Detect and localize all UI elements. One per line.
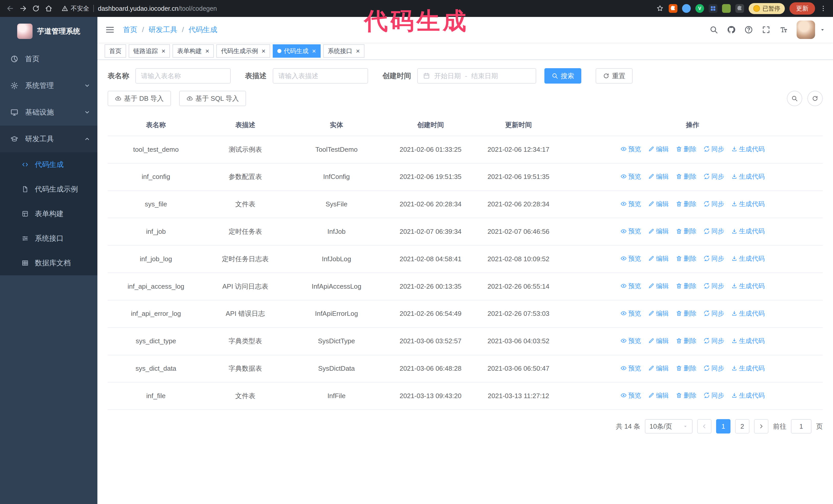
generate-code-link[interactable]: 生成代码 [731,226,765,236]
generate-code-link[interactable]: 生成代码 [731,336,765,345]
generate-code-link[interactable]: 生成代码 [731,144,765,153]
delete-link[interactable]: 删除 [676,363,696,373]
sidebar-item-codegen-example[interactable]: 代码生成示例 [0,177,97,201]
sync-link[interactable]: 同步 [704,226,724,236]
next-page-button[interactable] [754,419,768,433]
sync-link[interactable]: 同步 [704,172,724,181]
bookmark-star-icon[interactable] [656,4,664,13]
delete-link[interactable]: 删除 [676,144,696,153]
table-name-input[interactable] [135,68,231,83]
edit-link[interactable]: 编辑 [648,363,669,373]
extension-icon-check[interactable]: V [695,4,704,13]
tab-close-icon[interactable]: × [162,48,165,54]
delete-link[interactable]: 删除 [676,336,696,345]
import-sql-button[interactable]: 基于 SQL 导入 [179,91,246,106]
tab-system-api[interactable]: 系统接口 × [323,44,364,58]
sync-link[interactable]: 同步 [704,309,724,318]
extension-icon-grid[interactable] [709,4,717,13]
delete-link[interactable]: 删除 [676,281,696,290]
breadcrumb-devtools[interactable]: 研发工具 [149,25,177,34]
sidebar-item-devtools[interactable]: 研发工具 [0,126,97,152]
preview-link[interactable]: 预览 [620,144,641,153]
generate-code-link[interactable]: 生成代码 [731,281,765,290]
edit-link[interactable]: 编辑 [648,199,669,209]
edit-link[interactable]: 编辑 [648,254,669,263]
page-size-select[interactable]: 10条/页 [645,419,693,433]
avatar[interactable] [796,21,815,39]
tab-codegen[interactable]: 代码生成 × [273,44,320,58]
sidebar-item-home[interactable]: 首页 [0,46,97,72]
browser-back-icon[interactable] [6,4,14,13]
edit-link[interactable]: 编辑 [648,336,669,345]
font-size-icon[interactable] [779,25,788,34]
preview-link[interactable]: 预览 [620,226,641,236]
caret-down-icon[interactable] [820,27,825,32]
sidebar-logo[interactable]: 芋道管理系统 [0,17,97,46]
edit-link[interactable]: 编辑 [648,226,669,236]
extension-icon-orange[interactable] [669,4,677,13]
page-button-1[interactable]: 1 [716,419,731,433]
tab-codegen-example[interactable]: 代码生成示例 × [216,44,270,58]
extension-icon-green[interactable] [722,4,731,13]
preview-link[interactable]: 预览 [620,336,641,345]
preview-link[interactable]: 预览 [620,363,641,373]
edit-link[interactable]: 编辑 [648,391,669,400]
reset-button[interactable]: 重置 [596,68,633,83]
edit-link[interactable]: 编辑 [648,281,669,290]
tab-close-icon[interactable]: × [312,48,316,54]
fullscreen-icon[interactable] [762,25,770,34]
search-icon[interactable] [710,25,718,34]
sync-link[interactable]: 同步 [704,144,724,153]
prev-page-button[interactable] [697,419,712,433]
goto-page-input[interactable] [791,419,811,433]
preview-link[interactable]: 预览 [620,254,641,263]
sync-link[interactable]: 同步 [704,391,724,400]
generate-code-link[interactable]: 生成代码 [731,199,765,209]
sidebar-item-infra[interactable]: 基础设施 [0,99,97,126]
security-indicator[interactable]: 不安全 [62,4,89,13]
toggle-search-button[interactable] [787,91,802,106]
address-bar[interactable]: 不安全 dashboard.yudao.iocoder.cn/tool/code… [62,4,217,13]
preview-link[interactable]: 预览 [620,172,641,181]
sidebar-item-form-builder[interactable]: 表单构建 [0,201,97,226]
edit-link[interactable]: 编辑 [648,309,669,318]
refresh-table-button[interactable] [807,91,823,106]
generate-code-link[interactable]: 生成代码 [731,391,765,400]
browser-forward-icon[interactable] [19,4,27,13]
preview-link[interactable]: 预览 [620,391,641,400]
edit-link[interactable]: 编辑 [648,144,669,153]
tab-form-builder[interactable]: 表单构建 × [172,44,214,58]
browser-home-icon[interactable] [45,4,53,13]
sidebar-item-db-doc[interactable]: 数据库文档 [0,251,97,275]
extension-icon-blue[interactable] [682,4,691,13]
tab-trace[interactable]: 链路追踪 × [129,44,170,58]
delete-link[interactable]: 删除 [676,172,696,181]
delete-link[interactable]: 删除 [676,309,696,318]
sync-link[interactable]: 同步 [704,254,724,263]
breadcrumb-home[interactable]: 首页 [123,25,137,34]
browser-menu-icon[interactable] [820,5,827,12]
sync-link[interactable]: 同步 [704,363,724,373]
tab-home[interactable]: 首页 [104,44,126,58]
delete-link[interactable]: 删除 [676,226,696,236]
sidebar-item-codegen[interactable]: 代码生成 [0,152,97,177]
search-button[interactable]: 搜索 [544,68,581,83]
generate-code-link[interactable]: 生成代码 [731,363,765,373]
hamburger-icon[interactable] [105,25,115,34]
help-icon[interactable] [744,25,753,34]
browser-reload-icon[interactable] [32,4,40,13]
import-db-button[interactable]: 基于 DB 导入 [108,91,171,106]
sync-link[interactable]: 同步 [704,199,724,209]
date-range-picker[interactable]: 开始日期 - 结束日期 [417,68,536,83]
extension-icon-dark[interactable] [735,4,744,13]
sidebar-item-system-api[interactable]: 系统接口 [0,226,97,251]
page-button-2[interactable]: 2 [735,419,749,433]
delete-link[interactable]: 删除 [676,199,696,209]
sidebar-item-system[interactable]: 系统管理 [0,72,97,99]
url-text[interactable]: dashboard.yudao.iocoder.cn/tool/codegen [98,5,217,12]
delete-link[interactable]: 删除 [676,391,696,400]
edit-link[interactable]: 编辑 [648,172,669,181]
generate-code-link[interactable]: 生成代码 [731,172,765,181]
preview-link[interactable]: 预览 [620,199,641,209]
github-icon[interactable] [727,25,736,34]
